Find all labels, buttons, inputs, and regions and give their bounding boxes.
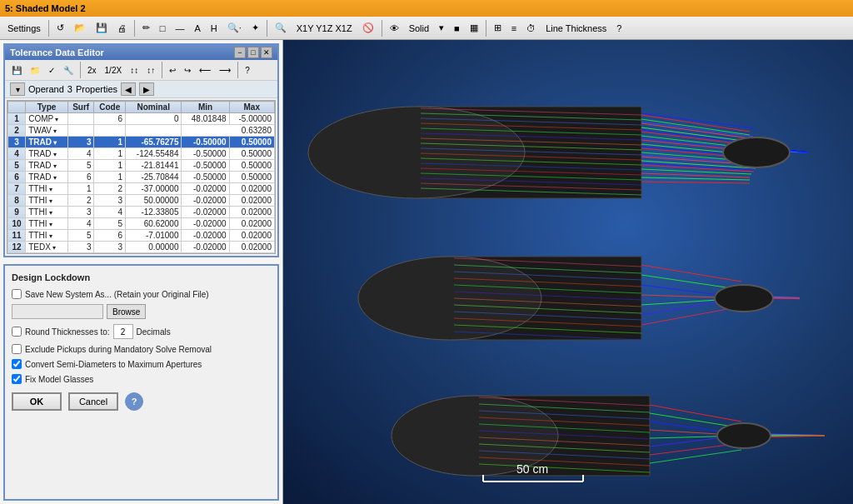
row-type[interactable]: TWAV (26, 125, 68, 137)
zoom-button[interactable]: 🔍· (223, 20, 246, 36)
tde-minimize-button[interactable]: − (234, 47, 246, 58)
zoom-fit[interactable]: 🔍 (271, 20, 291, 36)
row-type[interactable]: TTHI (26, 230, 68, 242)
dl-ok-button[interactable]: OK (12, 392, 62, 411)
grid-button[interactable]: ⊞ (490, 20, 506, 36)
toolbar-separator-4 (382, 20, 382, 37)
table-row[interactable]: 1COMP6048.01848-5.00000 (8, 113, 275, 125)
dl-save-checkbox[interactable] (12, 289, 22, 299)
draw-button[interactable]: ✏ (138, 20, 154, 36)
tde-left-btn[interactable]: ⟵ (196, 64, 214, 77)
refresh-button[interactable]: ↺ (52, 20, 68, 36)
table-row[interactable]: 11TTHI56-7.01000-0.020000.02000 (8, 230, 275, 242)
clock-button[interactable]: ⏱ (522, 21, 540, 36)
viewport[interactable]: 50 cm (283, 40, 853, 504)
table-row[interactable]: 3TRAD31-65.76275-0.500000.50000 (8, 137, 275, 148)
col-nominal[interactable]: Nominal (125, 102, 181, 113)
axis-xyz[interactable]: X1Y Y1Z X1Z (292, 21, 357, 36)
table-row[interactable]: 2TWAV0.63280 (8, 125, 275, 137)
tde-close-button[interactable]: ✕ (261, 47, 272, 58)
save-button[interactable]: 💾 (92, 20, 112, 36)
table-row[interactable]: 10TTHI4560.62000-0.020000.02000 (8, 218, 275, 230)
left-panel: Tolerance Data Editor − □ ✕ 💾 📁 ✓ 🔧 2x 1… (0, 40, 283, 504)
row-type[interactable]: TTHI (26, 195, 68, 207)
row-type[interactable]: TRAD (26, 137, 68, 148)
tde-2x-btn[interactable]: 2x (84, 64, 100, 77)
row-min: -0.50000 (182, 148, 229, 160)
dl-filename-input[interactable]: Mirror zoom-PROD.zmx (12, 304, 103, 319)
dl-convert-label: Convert Semi-Diameters to Maximum Apertu… (25, 360, 202, 369)
dl-convert-checkbox[interactable] (12, 359, 22, 369)
table-row[interactable]: 12TEDX330.00000-0.020000.02000 (8, 242, 275, 253)
table-row[interactable]: 6TRAD61-25.70844-0.500000.50000 (8, 172, 275, 183)
tde-nav-prev[interactable]: ◀ (121, 82, 136, 96)
tde-settings-btn[interactable]: 🔧 (60, 64, 77, 77)
tde-sort2-btn[interactable]: ↕↑ (143, 64, 158, 77)
dl-decimals-input[interactable] (113, 324, 133, 339)
tde-help-btn[interactable]: ? (242, 64, 253, 77)
tde-sort1-btn[interactable]: ↕↕ (127, 64, 142, 77)
tde-open-btn[interactable]: 📁 (27, 64, 43, 77)
col-code[interactable]: Code (94, 102, 125, 113)
dl-help-button[interactable]: ? (125, 392, 143, 411)
tde-halfx-btn[interactable]: 1/2X (102, 64, 126, 77)
tde-redo-btn[interactable]: ↪ (181, 64, 194, 77)
title-bar-label: 5: Shaded Model 2 (5, 3, 86, 13)
row-code: 6 (94, 230, 125, 242)
col-type[interactable]: Type (26, 102, 68, 113)
star-button[interactable]: ✦ (247, 20, 263, 36)
dl-round-checkbox[interactable] (12, 327, 22, 337)
tde-maximize-button[interactable]: □ (247, 47, 259, 58)
row-type[interactable]: TTHI (26, 183, 68, 195)
view-button[interactable]: 👁 (386, 21, 403, 36)
table-row[interactable]: 4TRAD41-124.55484-0.500000.50000 (8, 148, 275, 160)
table-row[interactable]: 5TRAD51-21.81441-0.500000.50000 (8, 160, 275, 172)
col-num (8, 102, 26, 113)
row-type[interactable]: TTHI (26, 218, 68, 230)
table-row[interactable]: 8TTHI2350.00000-0.020000.02000 (8, 195, 275, 207)
row-type[interactable]: TRAD (26, 160, 68, 172)
print-button[interactable]: 🖨 (113, 21, 131, 36)
dl-fix-checkbox[interactable] (12, 374, 22, 384)
open-button[interactable]: 📂 (70, 20, 90, 36)
row-type[interactable]: COMP (26, 113, 68, 125)
tde-nav-next[interactable]: ▶ (139, 82, 154, 96)
row-max: 0.02000 (229, 195, 274, 207)
solid-dropdown[interactable]: ▾ (435, 20, 448, 36)
rect-button[interactable]: □ (156, 21, 170, 36)
text-button[interactable]: A (190, 21, 204, 36)
annotation-button[interactable]: H (207, 21, 222, 36)
tde-table-container[interactable]: Type Surf Code Nominal Min Max 1COMP6048… (7, 100, 276, 254)
settings-button[interactable]: Settings (3, 21, 45, 36)
layers-button[interactable]: ≡ (507, 21, 521, 36)
table-row[interactable]: 9TTHI34-12.33805-0.020000.02000 (8, 207, 275, 218)
color-button[interactable]: ■ (450, 21, 464, 36)
row-type[interactable]: TEDX (26, 242, 68, 253)
row-surf (67, 125, 94, 137)
tde-expand-btn[interactable]: ▾ (10, 82, 25, 96)
row-max: 0.02000 (229, 218, 274, 230)
dl-browse-button[interactable]: Browse (107, 304, 146, 319)
col-min[interactable]: Min (182, 102, 229, 113)
tde-undo-btn[interactable]: ↩ (166, 64, 179, 77)
tde-right-btn[interactable]: ⟶ (216, 64, 234, 77)
svg-line-11 (641, 182, 750, 183)
row-code: 6 (94, 113, 125, 125)
solid-button[interactable]: Solid (405, 21, 433, 36)
row-type[interactable]: TRAD (26, 148, 68, 160)
dl-exclude-checkbox[interactable] (12, 344, 22, 354)
tde-save-btn[interactable]: 💾 (8, 64, 25, 77)
line-thickness-button[interactable]: Line Thickness (541, 21, 611, 36)
col-surf[interactable]: Surf (67, 102, 94, 113)
svg-line-19 (641, 177, 750, 180)
row-type[interactable]: TTHI (26, 207, 68, 218)
forbidden-button[interactable]: 🚫 (358, 20, 378, 36)
line-button[interactable]: — (171, 21, 188, 36)
dl-cancel-button[interactable]: Cancel (68, 392, 118, 411)
row-type[interactable]: TRAD (26, 172, 68, 183)
shade-button[interactable]: ▦ (466, 20, 482, 36)
table-row[interactable]: 7TTHI12-37.00000-0.020000.02000 (8, 183, 275, 195)
col-max[interactable]: Max (229, 102, 274, 113)
tde-check-btn[interactable]: ✓ (45, 64, 58, 77)
help-button[interactable]: ? (612, 21, 626, 36)
